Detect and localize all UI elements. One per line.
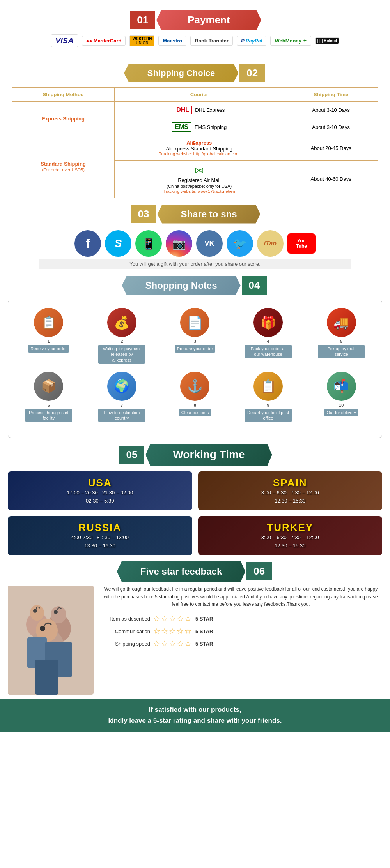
svg-point-8 bbox=[54, 610, 58, 614]
payment-title: Payment bbox=[156, 10, 261, 30]
airmail-time: About 40-60 Days bbox=[284, 161, 378, 198]
step-6-circle: 📦 bbox=[34, 372, 63, 401]
ems-logo: EMS bbox=[172, 122, 191, 132]
express-shipping-label: Express Shipping bbox=[12, 102, 115, 136]
step-2: 💰 2 Waiting for payment released by alix… bbox=[98, 308, 145, 364]
col-courier: Courier bbox=[115, 88, 284, 102]
usa-card: USA 17:00 – 20:30 21:30 – 02:0002:30 – 5… bbox=[8, 471, 192, 510]
step-9-circle: 📋 bbox=[254, 372, 283, 401]
shipping-number: 02 bbox=[238, 63, 266, 83]
feedback-text-area: We will go through our feedback file in … bbox=[99, 586, 382, 695]
airmail-tracking: Tracking website: www.17track.net/en bbox=[119, 189, 279, 194]
payment-icons-row: VISA ●● MasterCard WESTERNUNION Maestro … bbox=[8, 34, 382, 47]
step-5-num: 5 bbox=[340, 339, 342, 344]
sns-header: 03 Share to sns bbox=[0, 204, 390, 224]
usa-times: 17:00 – 20:30 21:30 – 02:0002:30 – 5:30 bbox=[67, 489, 133, 505]
dhl-courier: DHL DHL Express bbox=[115, 102, 284, 118]
step-10-label: Our for delivery bbox=[324, 409, 358, 416]
step-4-circle: 🎁 bbox=[254, 308, 283, 337]
steps-row-1: 📋 1 Receive your order 💰 2 Waiting for p… bbox=[12, 308, 378, 364]
working-number: 05 bbox=[118, 445, 145, 465]
spain-times: 3:00 – 6:30 7:30 – 12:0012:30 – 15:30 bbox=[261, 489, 319, 505]
step-3-circle: 📄 bbox=[180, 308, 209, 337]
turkey-name: TURKEY bbox=[267, 522, 313, 534]
whatsapp-icon[interactable]: 📱 bbox=[135, 230, 162, 257]
table-row: Standard Shipping(For order over USD5) A… bbox=[12, 136, 378, 161]
paypal-icon: P PayPal bbox=[237, 36, 266, 46]
feedback-image bbox=[8, 586, 94, 695]
ali-tracking: Tracking website: http://global.cainiao.… bbox=[119, 152, 279, 156]
step-1-label: Receive your order bbox=[28, 345, 69, 353]
feedback-title: Five star feedback bbox=[117, 561, 245, 582]
step-2-num: 2 bbox=[121, 339, 123, 344]
usa-name: USA bbox=[88, 477, 112, 489]
rating-row-2: Communication ☆☆☆☆☆ 5 STAR bbox=[99, 626, 382, 636]
rating-1-stars: ☆☆☆☆☆ bbox=[153, 614, 192, 623]
rating-row-1: Item as described ☆☆☆☆☆ 5 STAR bbox=[99, 614, 382, 623]
step-4-num: 4 bbox=[267, 339, 269, 344]
ali-logo: AliExpress bbox=[119, 140, 279, 146]
webmoney-icon: WebMoney ✦ bbox=[270, 36, 311, 46]
step-8-label: Clear customs bbox=[179, 409, 211, 416]
vk-icon[interactable]: VK bbox=[196, 230, 223, 257]
step-3-num: 3 bbox=[194, 339, 196, 344]
airmail-icon: ✉ bbox=[119, 164, 279, 177]
skype-icon[interactable]: S bbox=[105, 230, 131, 257]
ali-name: Aliexpress Standard Shipping bbox=[119, 146, 279, 152]
payment-number: 01 bbox=[129, 10, 156, 30]
standard-shipping-label: Standard Shipping(For order over USD5) bbox=[12, 136, 115, 198]
itao-icon[interactable]: iTao bbox=[257, 230, 284, 257]
working-time-section: 05 Working Time USA 17:00 – 20:30 21:30 … bbox=[0, 444, 390, 555]
step-5-circle: 🚚 bbox=[327, 308, 356, 337]
visa-icon: VISA bbox=[51, 34, 78, 47]
instagram-icon[interactable]: 📷 bbox=[166, 230, 192, 257]
step-1-num: 1 bbox=[48, 339, 50, 344]
col-method: Shipping Method bbox=[12, 88, 115, 102]
banktransfer-icon: Bank Transfer bbox=[190, 36, 233, 46]
feedback-image-svg bbox=[8, 586, 94, 695]
step-10-num: 10 bbox=[339, 403, 344, 408]
ali-time: About 20-45 Days bbox=[284, 136, 378, 161]
sns-section: 03 Share to sns f S 📱 📷 VK 🐦 iTao YouTub… bbox=[0, 204, 390, 269]
step-7: 🌍 7 Flow to destination country bbox=[98, 372, 145, 422]
ems-time: About 3-10 Days bbox=[284, 118, 378, 136]
shipping-section: Shipping Choice 02 Shipping Method Couri… bbox=[0, 63, 390, 198]
turkey-card: TURKEY 3:00 – 6:30 7:30 – 12:0012:30 – 1… bbox=[198, 516, 383, 555]
step-4-label: Pack your order at our warehouse bbox=[245, 345, 292, 358]
feedback-desc: We will go through our feedback file in … bbox=[99, 586, 382, 608]
ems-courier: EMS EMS Shipping bbox=[115, 118, 284, 136]
payment-section: 01 Payment VISA ●● MasterCard WESTERNUNI… bbox=[0, 0, 390, 57]
steps-container: 📋 1 Receive your order 💰 2 Waiting for p… bbox=[8, 300, 382, 438]
facebook-icon[interactable]: f bbox=[74, 230, 101, 257]
westernunion-icon: WESTERNUNION bbox=[129, 35, 154, 46]
shipping-title: Shipping Choice bbox=[124, 64, 239, 82]
russia-card: RUSSIA 4:00-7:30 8：30 – 13:0013:30 – 16:… bbox=[8, 516, 192, 555]
russia-name: RUSSIA bbox=[78, 522, 121, 534]
rating-2-label: Communication bbox=[99, 628, 150, 634]
working-grid: USA 17:00 – 20:30 21:30 – 02:0002:30 – 5… bbox=[8, 471, 382, 555]
dhl-time: About 3-10 Days bbox=[284, 102, 378, 118]
ali-courier: AliExpress Aliexpress Standard Shipping … bbox=[115, 136, 284, 161]
step-2-label: Waiting for payment released by alixepre… bbox=[98, 345, 145, 364]
step-3: 📄 3 Prepare your order bbox=[172, 308, 218, 353]
spain-name: SPAIN bbox=[273, 477, 307, 489]
step-4: 🎁 4 Pack your order at our warehouse bbox=[245, 308, 292, 358]
rating-3-text: 5 STAR bbox=[195, 641, 213, 647]
notes-title: Shopping Notes bbox=[122, 276, 241, 295]
step-8-circle: ⚓ bbox=[180, 372, 209, 401]
working-header: 05 Working Time bbox=[0, 444, 390, 466]
step-1-circle: 📋 bbox=[34, 308, 63, 337]
twitter-icon[interactable]: 🐦 bbox=[227, 230, 253, 257]
step-7-circle: 🌍 bbox=[107, 372, 136, 401]
step-9-num: 9 bbox=[267, 403, 269, 408]
boletol-icon: ||||| Boletol bbox=[315, 37, 339, 44]
bottom-line-2: kindly leave a 5-star rating and share w… bbox=[6, 715, 384, 726]
sns-gift-text: You will get a gift with your order afte… bbox=[39, 259, 351, 269]
youtube-icon[interactable]: YouTube bbox=[287, 233, 316, 254]
shipping-table: Shipping Method Courier Shipping Time Ex… bbox=[12, 87, 378, 198]
svg-point-9 bbox=[40, 626, 45, 631]
table-row: Express Shipping DHL DHL Express About 3… bbox=[12, 102, 378, 118]
mastercard-icon: ●● MasterCard bbox=[82, 36, 126, 46]
spain-card: SPAIN 3:00 – 6:30 7:30 – 12:0012:30 – 15… bbox=[198, 471, 383, 510]
rating-2-text: 5 STAR bbox=[195, 628, 213, 634]
